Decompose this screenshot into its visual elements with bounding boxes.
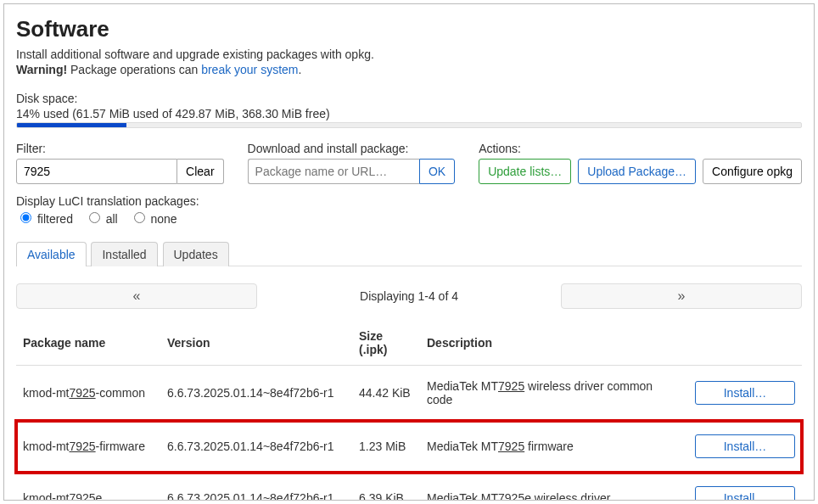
download-label: Download and install package: <box>248 142 456 155</box>
table-row: kmod-mt7925-common6.6.73.2025.01.14~8e4f… <box>16 366 802 421</box>
disk-progress <box>16 122 802 128</box>
tab-installed[interactable]: Installed <box>91 242 157 266</box>
col-header-size: Size (.ipk) <box>352 321 420 366</box>
package-version: 6.6.73.2025.01.14~8e4f72b6-r1 <box>160 473 352 501</box>
package-size: 44.42 KiB <box>352 366 420 421</box>
package-name: kmod-mt7925e <box>16 473 160 501</box>
table-row: kmod-mt7925-firmware6.6.73.2025.01.14~8e… <box>16 421 802 473</box>
actions-label: Actions: <box>479 142 802 155</box>
package-version: 6.6.73.2025.01.14~8e4f72b6-r1 <box>160 421 352 473</box>
radio-all[interactable]: all <box>85 212 118 226</box>
update-lists-button[interactable]: Update lists… <box>479 159 571 184</box>
filter-input[interactable] <box>16 159 177 184</box>
package-description: MediaTek MT7925 firmware <box>420 421 688 473</box>
page-title: Software <box>16 16 802 42</box>
install-button[interactable]: Install… <box>695 434 795 458</box>
install-button[interactable]: Install… <box>695 381 795 405</box>
pager-next-button[interactable]: » <box>561 283 802 309</box>
radio-none[interactable]: none <box>130 212 177 226</box>
intro-line1: Install additional software and upgrade … <box>16 48 802 61</box>
warning-label: Warning! <box>16 63 67 76</box>
package-description: MediaTek MT7925e wireless driver <box>420 473 688 501</box>
intro-warning: Warning! Package operations can break yo… <box>16 63 802 76</box>
disk-space-label: Disk space: <box>16 92 802 105</box>
col-header-version: Version <box>160 321 352 366</box>
ok-button[interactable]: OK <box>419 159 455 184</box>
disk-progress-fill <box>17 123 126 127</box>
table-row: kmod-mt7925e6.6.73.2025.01.14~8e4f72b6-r… <box>16 473 802 501</box>
pager-text: Displaying 1-4 of 4 <box>257 289 561 303</box>
package-table: Package name Version Size (.ipk) Descrip… <box>16 321 802 501</box>
package-name: kmod-mt7925-firmware <box>16 421 160 473</box>
radio-filtered[interactable]: filtered <box>16 212 73 226</box>
package-description: MediaTek MT7925 wireless driver common c… <box>420 366 688 421</box>
col-header-name: Package name <box>16 321 160 366</box>
package-size: 1.23 MiB <box>352 421 420 473</box>
clear-filter-button[interactable]: Clear <box>177 159 223 184</box>
package-size: 6.39 KiB <box>352 473 420 501</box>
warning-tail: . <box>299 63 302 76</box>
configure-opkg-button[interactable]: Configure opkg <box>703 159 802 184</box>
package-name: kmod-mt7925-common <box>16 366 160 421</box>
upload-package-button[interactable]: Upload Package… <box>578 159 696 184</box>
package-url-input[interactable] <box>248 159 419 184</box>
tab-updates[interactable]: Updates <box>163 242 229 266</box>
filter-label: Filter: <box>16 142 224 155</box>
install-button[interactable]: Install… <box>695 486 795 501</box>
warning-text: Package operations can <box>67 63 201 76</box>
translation-packages-label: Display LuCI translation packages: <box>16 194 802 208</box>
package-version: 6.6.73.2025.01.14~8e4f72b6-r1 <box>160 366 352 421</box>
col-header-desc: Description <box>420 321 688 366</box>
tab-available[interactable]: Available <box>16 242 87 266</box>
pager-prev-button[interactable]: « <box>16 283 257 309</box>
break-system-link[interactable]: break your system <box>201 63 298 76</box>
disk-space-text: 14% used (61.57 MiB used of 429.87 MiB, … <box>16 107 802 120</box>
